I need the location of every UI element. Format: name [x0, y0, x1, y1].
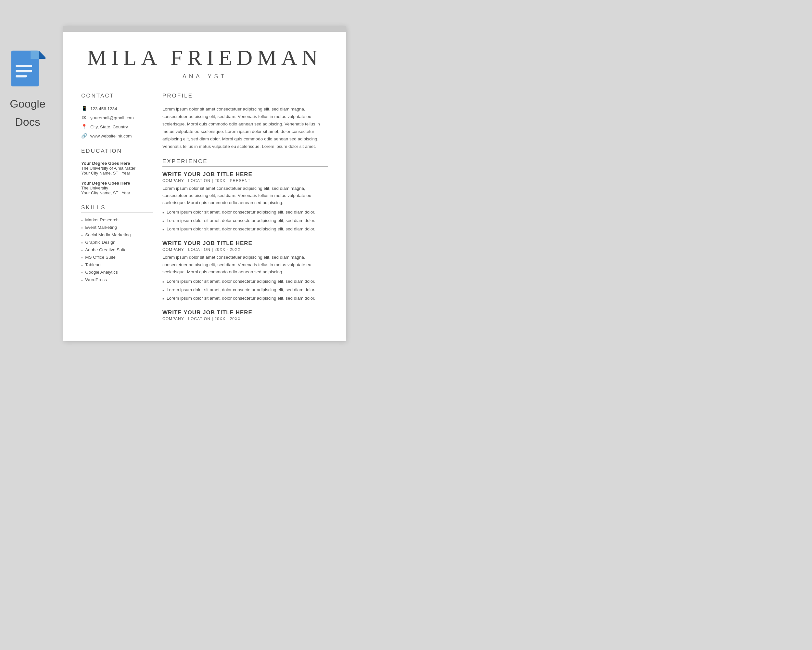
svg-rect-5: [15, 75, 27, 77]
left-column: CONTACT 📱 123.456.1234 ✉ youremail@gmail…: [81, 93, 153, 328]
edu-university-1: The University of Alma Mater: [81, 166, 153, 171]
profile-header: PROFILE: [162, 93, 328, 101]
exp-meta: COMPANY | LOCATION | 20XX - 20XX: [162, 317, 328, 321]
experience-header: EXPERIENCE: [162, 158, 328, 167]
exp-bullet-text: Lorem ipsum dolor sit amet, dolor consec…: [166, 295, 315, 301]
skills-section: SKILLS ▪Market Research▪Event Marketing▪…: [81, 205, 153, 283]
location-icon: 📍: [81, 124, 87, 130]
skill-item: ▪MS Office Suite: [81, 255, 153, 260]
exp-bullet-text: Lorem ipsum dolor sit amet, dolor consec…: [166, 287, 315, 293]
skill-bullet: ▪: [81, 278, 82, 283]
website-value: www.websitelink.com: [90, 133, 132, 138]
svg-marker-1: [39, 51, 46, 59]
exp-bullet: ▪Lorem ipsum dolor sit amet, dolor conse…: [162, 226, 328, 233]
skill-bullet: ▪: [81, 233, 82, 237]
exp-title: WRITE YOUR JOB TITLE HERE: [162, 240, 328, 247]
edu-entry-2: Your Degree Goes Here The University You…: [81, 181, 153, 195]
skill-bullet: ▪: [81, 226, 82, 230]
skill-label: Market Research: [85, 217, 119, 222]
right-column: PROFILE Lorem ipsum dolor sit amet conse…: [162, 93, 328, 328]
exp-meta: COMPANY | LOCATION | 20XX - 20XX: [162, 247, 328, 252]
gdocs-app-icon-area[interactable]: Google Docs: [10, 50, 46, 129]
phone-icon: 📱: [81, 106, 87, 112]
skill-label: Adobe Creative Suite: [85, 247, 127, 252]
phone-value: 123.456.1234: [90, 106, 117, 111]
exp-bullet: ▪Lorem ipsum dolor sit amet, dolor conse…: [162, 295, 328, 302]
resume-top-bar: [63, 26, 346, 32]
svg-rect-4: [15, 70, 32, 72]
contact-phone: 📱 123.456.1234: [81, 106, 153, 112]
skill-label: MS Office Suite: [85, 255, 116, 260]
exp-title: WRITE YOUR JOB TITLE HERE: [162, 309, 328, 316]
gdocs-label: Google: [10, 96, 46, 111]
exp-bullet-text: Lorem ipsum dolor sit amet, dolor consec…: [166, 278, 315, 285]
exp-bullet-dot: ▪: [162, 278, 164, 285]
contact-website: 🔗 www.websitelink.com: [81, 133, 153, 139]
svg-rect-3: [15, 65, 32, 67]
exp-meta: COMPANY | LOCATION | 20XX - PRESENT: [162, 179, 328, 183]
email-value: youremail@gmail.com: [90, 115, 134, 120]
skill-bullet: ▪: [81, 263, 82, 268]
skill-item: ▪Graphic Design: [81, 240, 153, 245]
profile-section: PROFILE Lorem ipsum dolor sit amet conse…: [162, 93, 328, 150]
skill-bullet: ▪: [81, 255, 82, 260]
resume-name: MILA FRIEDMAN: [81, 45, 328, 70]
skill-label: Google Analytics: [85, 270, 118, 275]
gdocs-icon: [10, 50, 46, 93]
resume-body: MILA FRIEDMAN ANALYST CONTACT 📱 123.456.…: [63, 32, 346, 341]
experience-list: WRITE YOUR JOB TITLE HERE COMPANY | LOCA…: [162, 171, 328, 321]
contact-location: 📍 City, State, Country: [81, 124, 153, 130]
gdocs-label2: Docs: [15, 115, 40, 129]
svg-marker-2: [31, 51, 39, 59]
skills-header: SKILLS: [81, 205, 153, 213]
profile-text: Lorem ipsum dolor sit amet consectetuer …: [162, 106, 328, 150]
exp-bullet: ▪Lorem ipsum dolor sit amet, dolor conse…: [162, 217, 328, 225]
location-value: City, State, Country: [90, 124, 128, 129]
skill-item: ▪Tableau: [81, 262, 153, 268]
edu-location-2: Your City Name, ST | Year: [81, 190, 153, 195]
exp-bullet-dot: ▪: [162, 287, 164, 294]
exp-title: WRITE YOUR JOB TITLE HERE: [162, 171, 328, 178]
skill-bullet: ▪: [81, 240, 82, 245]
skill-item: ▪Market Research: [81, 217, 153, 223]
education-section: EDUCATION Your Degree Goes Here The Univ…: [81, 148, 153, 195]
exp-bullet-dot: ▪: [162, 218, 164, 225]
exp-bullet-text: Lorem ipsum dolor sit amet, dolor consec…: [166, 209, 315, 216]
contact-header: CONTACT: [81, 93, 153, 101]
name-divider: [81, 86, 328, 86]
edu-location-1: Your City Name, ST | Year: [81, 171, 153, 176]
skill-bullet: ▪: [81, 271, 82, 275]
skill-item: ▪Event Marketing: [81, 225, 153, 230]
edu-university-2: The University: [81, 185, 153, 190]
exp-bullet-dot: ▪: [162, 295, 164, 302]
exp-bullet: ▪Lorem ipsum dolor sit amet, dolor conse…: [162, 278, 328, 285]
skill-bullet: ▪: [81, 218, 82, 223]
edu-degree-2: Your Degree Goes Here: [81, 181, 153, 185]
skill-item: ▪WordPress: [81, 277, 153, 283]
education-header: EDUCATION: [81, 148, 153, 156]
resume-document: MILA FRIEDMAN ANALYST CONTACT 📱 123.456.…: [63, 26, 346, 341]
exp-description: Lorem ipsum dolor sit amet consectetuer …: [162, 254, 328, 275]
exp-bullet-text: Lorem ipsum dolor sit amet, dolor consec…: [166, 217, 315, 224]
contact-email: ✉ youremail@gmail.com: [81, 115, 153, 121]
exp-bullet: ▪Lorem ipsum dolor sit amet, dolor conse…: [162, 287, 328, 294]
skill-item: ▪Social Media Marketing: [81, 232, 153, 237]
skill-label: Tableau: [85, 262, 100, 267]
exp-bullet-dot: ▪: [162, 226, 164, 233]
skill-label: Event Marketing: [85, 225, 117, 230]
email-icon: ✉: [81, 115, 87, 121]
resume-columns: CONTACT 📱 123.456.1234 ✉ youremail@gmail…: [81, 93, 328, 328]
website-icon: 🔗: [81, 133, 87, 139]
edu-degree-1: Your Degree Goes Here: [81, 161, 153, 166]
skill-label: Social Media Marketing: [85, 232, 131, 237]
exp-bullet-text: Lorem ipsum dolor sit amet, dolor consec…: [166, 226, 315, 232]
exp-description: Lorem ipsum dolor sit amet consectetuer …: [162, 185, 328, 207]
skill-bullet: ▪: [81, 248, 82, 252]
exp-entry-2: WRITE YOUR JOB TITLE HERE COMPANY | LOCA…: [162, 240, 328, 302]
contact-section: CONTACT 📱 123.456.1234 ✉ youremail@gmail…: [81, 93, 153, 139]
skill-label: WordPress: [85, 277, 107, 282]
skill-item: ▪Google Analytics: [81, 270, 153, 275]
exp-bullet-dot: ▪: [162, 209, 164, 216]
edu-entry-1: Your Degree Goes Here The University of …: [81, 161, 153, 176]
skill-label: Graphic Design: [85, 240, 115, 245]
